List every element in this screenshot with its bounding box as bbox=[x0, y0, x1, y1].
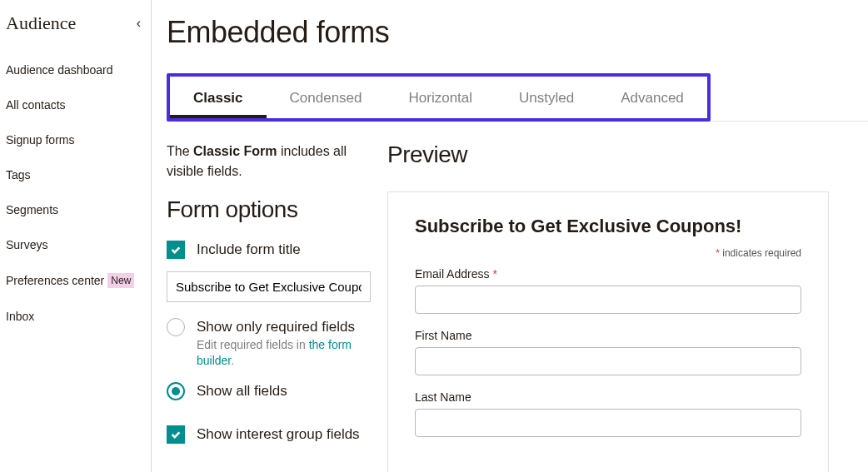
sidebar-item-label: Preferences center bbox=[6, 274, 104, 287]
option-label: Show interest group fields bbox=[197, 425, 360, 445]
option-label: Show only required fields bbox=[197, 317, 371, 337]
desc-strong: Classic Form bbox=[193, 144, 277, 158]
sidebar-item-tags[interactable]: Tags bbox=[6, 157, 142, 192]
email-field[interactable] bbox=[415, 286, 801, 314]
tab-condensed[interactable]: Condensed bbox=[267, 77, 386, 118]
option-label: Show all fields bbox=[197, 381, 287, 401]
tab-classic[interactable]: Classic bbox=[170, 77, 267, 118]
tab-label: Classic bbox=[193, 90, 243, 106]
radio-show-only-required[interactable] bbox=[167, 318, 185, 336]
tab-label: Advanced bbox=[621, 90, 684, 106]
form-options-column: The Classic Form includes all visible fi… bbox=[167, 142, 387, 472]
first-name-field[interactable] bbox=[415, 347, 801, 375]
tab-label: Unstyled bbox=[519, 90, 574, 106]
tab-horizontal[interactable]: Horizontal bbox=[386, 77, 496, 118]
checkbox-include-title[interactable] bbox=[167, 241, 185, 259]
tabs: Classic Condensed Horizontal Unstyled Ad… bbox=[170, 77, 707, 118]
sidebar-header: Audience ‹ bbox=[6, 12, 142, 34]
preview-box-wrapper: Subscribe to Get Exclusive Coupons! * in… bbox=[387, 191, 868, 472]
sub-text: . bbox=[231, 354, 234, 367]
badge-new: New bbox=[107, 273, 134, 288]
form-options-title: Form options bbox=[167, 196, 371, 223]
tab-label: Condensed bbox=[290, 90, 362, 106]
checkbox-show-interest-groups[interactable] bbox=[167, 425, 185, 444]
option-include-form-title: Include form title bbox=[167, 240, 371, 260]
tab-advanced[interactable]: Advanced bbox=[597, 77, 707, 118]
sub-text: Edit required fields in bbox=[197, 338, 309, 351]
option-show-only-required: Show only required fields Edit required … bbox=[167, 317, 371, 370]
sidebar-item-segments[interactable]: Segments bbox=[6, 192, 142, 227]
sidebar-item-surveys[interactable]: Surveys bbox=[6, 227, 142, 262]
sidebar-item-all-contacts[interactable]: All contacts bbox=[6, 87, 142, 122]
preview-box: Subscribe to Get Exclusive Coupons! * in… bbox=[387, 191, 829, 472]
preview-form-title: Subscribe to Get Exclusive Coupons! bbox=[415, 216, 801, 237]
page-title: Embedded forms bbox=[167, 15, 868, 50]
sidebar-item-label: Surveys bbox=[6, 238, 48, 251]
label-text: Email Address bbox=[415, 267, 492, 281]
form-title-input[interactable] bbox=[167, 271, 371, 302]
option-sublabel: Edit required fields in the form builder… bbox=[197, 337, 371, 370]
sidebar-item-label: Tags bbox=[6, 168, 31, 181]
field-label-last-name: Last Name bbox=[415, 390, 801, 404]
desc-text: The bbox=[167, 144, 193, 158]
main-content: Embedded forms Classic Condensed Horizon… bbox=[152, 0, 868, 472]
option-show-all-fields: Show all fields bbox=[167, 381, 371, 401]
indicates-required: * indicates required bbox=[415, 247, 801, 259]
field-label-first-name: First Name bbox=[415, 329, 801, 342]
sidebar-item-signup-forms[interactable]: Signup forms bbox=[6, 122, 142, 157]
option-label: Include form title bbox=[197, 240, 301, 260]
sidebar-item-preferences-center[interactable]: Preferences center New bbox=[6, 262, 142, 299]
sidebar-item-label: Segments bbox=[6, 203, 58, 216]
option-show-interest-groups: Show interest group fields bbox=[167, 425, 371, 445]
preview-column: Preview Subscribe to Get Exclusive Coupo… bbox=[387, 142, 868, 472]
sidebar-title: Audience bbox=[6, 12, 76, 34]
indicates-text: indicates required bbox=[720, 247, 801, 259]
check-icon bbox=[170, 244, 182, 256]
tab-label: Horizontal bbox=[409, 90, 473, 106]
field-label-email: Email Address * bbox=[415, 267, 801, 281]
form-description: The Classic Form includes all visible fi… bbox=[167, 142, 371, 181]
sidebar-item-audience-dashboard[interactable]: Audience dashboard bbox=[6, 52, 142, 87]
sidebar: Audience ‹ Audience dashboard All contac… bbox=[0, 0, 152, 472]
sidebar-item-label: Audience dashboard bbox=[6, 63, 112, 77]
last-name-field[interactable] bbox=[415, 409, 801, 437]
content-row: The Classic Form includes all visible fi… bbox=[167, 142, 868, 472]
tabs-highlight-box: Classic Condensed Horizontal Unstyled Ad… bbox=[167, 73, 711, 122]
check-icon bbox=[170, 429, 182, 440]
sidebar-item-label: All contacts bbox=[6, 98, 66, 112]
preview-title: Preview bbox=[387, 142, 868, 168]
sidebar-item-label: Signup forms bbox=[6, 133, 74, 147]
chevron-left-icon[interactable]: ‹ bbox=[137, 16, 142, 31]
asterisk-icon: * bbox=[492, 267, 496, 281]
tab-unstyled[interactable]: Unstyled bbox=[496, 77, 597, 118]
sidebar-item-inbox[interactable]: Inbox bbox=[6, 299, 142, 334]
sidebar-item-label: Inbox bbox=[6, 310, 34, 323]
radio-show-all-fields[interactable] bbox=[167, 382, 185, 400]
